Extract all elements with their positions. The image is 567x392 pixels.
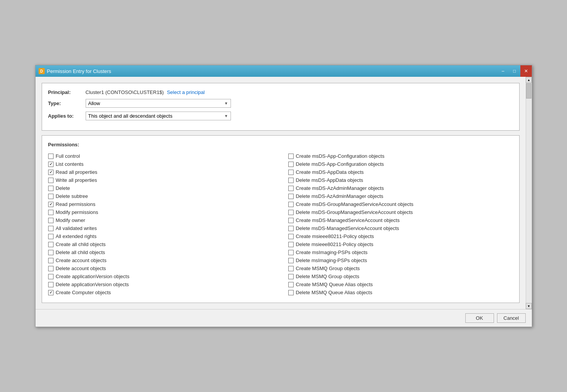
checkbox-create-msmq-group-objects[interactable]	[288, 266, 294, 271]
checkbox-row: Delete applicationVersion objects	[48, 280, 273, 288]
maximize-button[interactable]: □	[509, 65, 520, 77]
type-row: Type: Allow ▼	[48, 99, 513, 108]
principal-row: Principal: Cluster1 (CONTOSO\CLUSTER1$) …	[48, 89, 513, 95]
checkbox-label: Create msDS-App-Configuration objects	[296, 153, 385, 159]
scrollbar-right[interactable]: ▲ ▼	[526, 77, 532, 309]
checkbox-delete-msmq-group-objects[interactable]	[288, 274, 294, 279]
checkbox-row: Create msDS-AzAdminManager objects	[288, 184, 513, 192]
checkbox-row: Delete MSMQ Queue Alias objects	[288, 288, 513, 296]
checkbox-row: Read all properties	[48, 168, 273, 176]
minimize-button[interactable]: –	[497, 65, 509, 77]
applies-to-dropdown[interactable]: This object and all descendant objects ▼	[86, 112, 231, 120]
checkbox-delete-msds-groupmanagedservic[interactable]	[288, 210, 294, 215]
checkbox-label: Create Computer objects	[56, 290, 111, 295]
checkbox-delete-msds-app-configuration-[interactable]	[288, 162, 294, 167]
checkbox-row: Delete msImaging-PSPs objects	[288, 256, 513, 264]
checkbox-label: Delete msDS-GroupManagedServiceAccount o…	[296, 209, 413, 215]
checkbox-row: Create MSMQ Queue Alias objects	[288, 280, 513, 288]
checkbox-row: Delete subtree	[48, 192, 273, 200]
checkbox-create-msieee80211-policy-obje[interactable]	[288, 234, 294, 239]
checkbox-create-msds-groupmanagedservic[interactable]	[288, 202, 294, 207]
title-bar-controls: – □ ✕	[497, 65, 532, 77]
checkbox-label: Delete MSMQ Queue Alias objects	[296, 290, 372, 295]
checkbox-row: Delete msDS-GroupManagedServiceAccount o…	[288, 208, 513, 216]
checkbox-row: List contents	[48, 160, 273, 168]
checkbox-create-msmq-queue-alias-object[interactable]	[288, 282, 294, 287]
permissions-grid: Full controlList contentsRead all proper…	[48, 152, 513, 296]
checkbox-row: Create msDS-GroupManagedServiceAccount o…	[288, 200, 513, 208]
checkbox-label: Create msImaging-PSPs objects	[296, 249, 368, 255]
main-content: Principal: Cluster1 (CONTOSO\CLUSTER1$) …	[36, 77, 526, 309]
checkbox-modify-permissions[interactable]	[48, 210, 54, 215]
select-principal-link[interactable]: Select a principal	[167, 89, 205, 95]
scroll-down-arrow[interactable]: ▼	[526, 303, 532, 309]
checkbox-row: Write all properties	[48, 176, 273, 184]
type-label: Type:	[48, 100, 83, 106]
checkbox-delete-all-child-objects[interactable]	[48, 250, 54, 255]
checkbox-label: List contents	[56, 161, 84, 167]
checkbox-read-all-properties[interactable]	[48, 170, 54, 175]
checkbox-label: Full control	[56, 153, 80, 159]
checkbox-delete-msmq-queue-alias-object[interactable]	[288, 290, 294, 295]
close-button[interactable]: ✕	[520, 65, 532, 77]
checkbox-list-contents[interactable]	[48, 162, 54, 167]
checkbox-delete-subtree[interactable]	[48, 194, 54, 199]
checkbox-delete-msds-managedserviceacco[interactable]	[288, 226, 294, 231]
checkbox-create-msds-managedserviceacco[interactable]	[288, 218, 294, 223]
checkbox-delete-msds-appdata-objects[interactable]	[288, 178, 294, 183]
checkbox-row: Modify permissions	[48, 208, 273, 216]
checkbox-all-extended-rights[interactable]	[48, 234, 54, 239]
type-dropdown-value: Allow	[88, 100, 100, 106]
checkbox-create-msds-azadminmanager-obj[interactable]	[288, 186, 294, 191]
checkbox-label: Delete msDS-App-Configuration objects	[296, 161, 384, 167]
window-body: Principal: Cluster1 (CONTOSO\CLUSTER1$) …	[36, 77, 532, 309]
ok-button[interactable]: OK	[465, 313, 494, 323]
checkbox-create-msds-appdata-objects[interactable]	[288, 170, 294, 175]
checkbox-all-validated-writes[interactable]	[48, 226, 54, 231]
checkbox-read-permissions[interactable]	[48, 202, 54, 207]
checkbox-write-all-properties[interactable]	[48, 178, 54, 183]
applies-to-row: Applies to: This object and all descenda…	[48, 112, 513, 120]
checkbox-row: All extended rights	[48, 232, 273, 240]
checkbox-row: Delete msDS-ManagedServiceAccount object…	[288, 224, 513, 232]
checkbox-label: Create msDS-GroupManagedServiceAccount o…	[296, 201, 414, 207]
scroll-up-arrow[interactable]: ▲	[526, 77, 532, 83]
checkbox-row: Create msieee80211-Policy objects	[288, 232, 513, 240]
scrollbar-thumb[interactable]	[526, 83, 531, 99]
checkbox-label: Create MSMQ Queue Alias objects	[296, 282, 373, 287]
checkbox-label: Delete subtree	[56, 193, 88, 199]
checkbox-label: Create all child objects	[56, 241, 106, 247]
checkbox-create-all-child-objects[interactable]	[48, 242, 54, 247]
checkbox-row: Delete msDS-App-Configuration objects	[288, 160, 513, 168]
permissions-right-column: Create msDS-App-Configuration objectsDel…	[288, 152, 513, 296]
checkbox-create-account-objects[interactable]	[48, 258, 54, 263]
checkbox-delete-applicationversion-objects[interactable]	[48, 282, 54, 287]
checkbox-full-control[interactable]	[48, 154, 54, 159]
checkbox-delete[interactable]	[48, 186, 54, 191]
checkbox-label: Delete	[56, 185, 70, 191]
checkbox-label: Delete applicationVersion objects	[56, 282, 129, 287]
checkbox-row: Create all child objects	[48, 240, 273, 248]
checkbox-row: All validated writes	[48, 224, 273, 232]
checkbox-create-msds-app-configuration-[interactable]	[288, 154, 294, 159]
checkbox-delete-msds-azadminmanager-obj[interactable]	[288, 194, 294, 199]
checkbox-label: Modify owner	[56, 217, 85, 223]
checkbox-modify-owner[interactable]	[48, 218, 54, 223]
checkbox-delete-msieee80211-policy-obje[interactable]	[288, 242, 294, 247]
checkbox-label: Delete msDS-AzAdminManager objects	[296, 193, 383, 199]
permissions-left-column: Full controlList contentsRead all proper…	[48, 152, 273, 296]
applies-to-label: Applies to:	[48, 113, 83, 119]
type-dropdown[interactable]: Allow ▼	[86, 99, 231, 108]
checkbox-row: Delete msieee80211-Policy objects	[288, 240, 513, 248]
checkbox-create-msimaging-psps-objects[interactable]	[288, 250, 294, 255]
checkbox-row: Create Computer objects	[48, 288, 273, 296]
checkbox-delete-account-objects[interactable]	[48, 266, 54, 271]
checkbox-delete-msimaging-psps-objects[interactable]	[288, 258, 294, 263]
checkbox-label: Modify permissions	[56, 209, 98, 215]
footer-bar: OK Cancel	[36, 309, 532, 327]
checkbox-create-computer-objects[interactable]	[48, 290, 54, 295]
checkbox-create-applicationversion-objects[interactable]	[48, 274, 54, 279]
cancel-button[interactable]: Cancel	[497, 313, 526, 323]
checkbox-label: Create msDS-AppData objects	[296, 169, 364, 175]
window-title: Permission Entry for Clusters	[47, 68, 111, 74]
